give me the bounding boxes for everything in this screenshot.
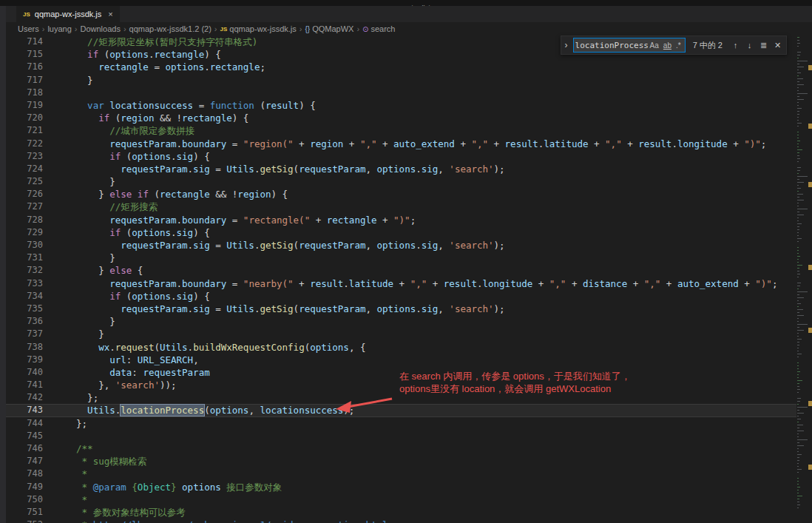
line-number[interactable]: 740 — [6, 366, 43, 379]
code-line[interactable]: 732 } else { — [6, 264, 796, 277]
code-line[interactable]: 743 Utils.locationProcess(options, locat… — [6, 404, 796, 416]
code-line[interactable]: 752 * http://lbs.qq.com/webservice_v1/gu… — [6, 519, 796, 523]
code-text: url: URL_SEARCH, — [43, 354, 199, 366]
line-number[interactable]: 731 — [6, 252, 43, 264]
line-number[interactable]: 717 — [6, 74, 43, 87]
code-line[interactable]: 746 /** — [6, 442, 796, 455]
line-number[interactable]: 744 — [6, 417, 43, 430]
code-line[interactable]: 745 — [6, 430, 796, 442]
code-line[interactable]: 726 } else if (rectangle && !region) { — [6, 188, 796, 200]
line-number[interactable]: 751 — [6, 506, 43, 519]
line-number[interactable]: 739 — [6, 354, 43, 366]
regex-toggle[interactable]: .* — [674, 41, 683, 50]
line-number[interactable]: 735 — [6, 303, 43, 315]
code-line[interactable]: 739 url: URL_SEARCH, — [6, 354, 796, 366]
code-line[interactable]: 735 requestParam.sig = Utils.getSig(requ… — [6, 303, 796, 315]
code-text: wx.request(Utils.buildWxRequestConfig(op… — [43, 341, 365, 354]
line-number[interactable]: 746 — [6, 442, 43, 455]
line-number[interactable]: 719 — [6, 99, 43, 112]
code-line[interactable]: 731 } — [6, 252, 796, 264]
breadcrumb-item[interactable]: JSqqmap-wx-jssdk.js — [220, 24, 297, 33]
find-results-count: 7 中的 2 — [693, 40, 723, 51]
code-line[interactable]: 717 } — [6, 74, 796, 87]
line-number[interactable]: 716 — [6, 61, 43, 73]
line-number[interactable]: 721 — [6, 124, 43, 137]
tab-close-icon[interactable]: × — [108, 10, 112, 18]
line-number[interactable]: 729 — [6, 226, 43, 239]
line-number[interactable]: 742 — [6, 391, 43, 404]
line-number[interactable]: 743 — [6, 404, 43, 416]
code-line[interactable]: 749 * @param {Object} options 接口参数对象 — [6, 481, 796, 493]
minimap[interactable] — [796, 36, 808, 523]
breadcrumb-item[interactable]: Downloads — [81, 24, 121, 33]
code-line[interactable]: 736 } — [6, 315, 796, 328]
line-number[interactable]: 726 — [6, 188, 43, 200]
code-text: /** — [43, 442, 93, 455]
line-number[interactable]: 718 — [6, 87, 43, 99]
window-titlebar: qqmap-wx-jssdk.js — [0, 0, 812, 6]
breadcrumb-item[interactable]: qqmap-wx-jssdk1.2 (2) — [129, 24, 212, 33]
line-number[interactable]: 745 — [6, 430, 43, 442]
line-number[interactable]: 728 — [6, 214, 43, 226]
line-number[interactable]: 733 — [6, 277, 43, 290]
line-number[interactable]: 741 — [6, 379, 43, 391]
line-number[interactable]: 734 — [6, 290, 43, 303]
line-number[interactable]: 727 — [6, 200, 43, 213]
line-number[interactable]: 722 — [6, 138, 43, 150]
code-line[interactable]: 727 //矩形搜索 — [6, 200, 796, 213]
whole-word-toggle[interactable]: ab — [661, 41, 674, 50]
code-line[interactable]: 722 requestParam.boundary = "region(" + … — [6, 138, 796, 150]
line-number[interactable]: 749 — [6, 481, 43, 493]
code-line[interactable]: 716 rectangle = options.rectangle; — [6, 61, 796, 73]
breadcrumb-item[interactable]: luyang — [47, 24, 71, 33]
code-line[interactable]: 734 if (options.sig) { — [6, 290, 796, 303]
code-line[interactable]: 748 * — [6, 468, 796, 480]
code-line[interactable]: 737 } — [6, 328, 796, 340]
tab-qqmap-wx-jssdk[interactable]: JS qqmap-wx-jssdk.js × — [16, 6, 120, 22]
line-number[interactable]: 736 — [6, 315, 43, 328]
code-line[interactable]: 723 if (options.sig) { — [6, 150, 796, 163]
close-find-widget-icon[interactable]: ✕ — [772, 41, 783, 50]
overview-ruler-scrollbar[interactable] — [808, 36, 812, 523]
line-number[interactable]: 730 — [6, 239, 43, 252]
code-line[interactable]: 724 requestParam.sig = Utils.getSig(requ… — [6, 163, 796, 175]
editor[interactable]: 714 //矩形限定坐标(暂时只支持字符串格式)715 if (options.… — [6, 36, 796, 523]
line-number[interactable]: 750 — [6, 493, 43, 506]
code-line[interactable]: 718 — [6, 87, 796, 99]
code-line[interactable]: 728 requestParam.boundary = "rectangle("… — [6, 214, 796, 226]
line-number[interactable]: 738 — [6, 341, 43, 354]
code-line[interactable]: 721 //城市限定参数拼接 — [6, 124, 796, 137]
line-number[interactable]: 747 — [6, 455, 43, 468]
line-number[interactable]: 723 — [6, 150, 43, 163]
code-line[interactable]: 720 if (region && !rectangle) { — [6, 112, 796, 124]
code-line[interactable]: 725 } — [6, 175, 796, 188]
search-match-mark — [808, 65, 812, 70]
line-number[interactable]: 732 — [6, 264, 43, 277]
line-number[interactable]: 752 — [6, 519, 43, 523]
line-number[interactable]: 720 — [6, 112, 43, 124]
code-line[interactable]: 738 wx.request(Utils.buildWxRequestConfi… — [6, 341, 796, 354]
previous-match-button[interactable]: ↑ — [730, 41, 741, 50]
breadcrumb-item[interactable]: {}QQMapWX — [305, 24, 353, 33]
code-line[interactable]: 729 if (options.sig) { — [6, 226, 796, 239]
toggle-replace-button[interactable]: › — [563, 40, 570, 50]
next-match-button[interactable]: ↓ — [744, 41, 755, 50]
find-in-selection-button[interactable]: ≣ — [758, 41, 769, 50]
code-line[interactable]: 719 var locationsuccess = function (resu… — [6, 99, 796, 112]
line-number[interactable]: 748 — [6, 468, 43, 480]
line-number[interactable]: 724 — [6, 163, 43, 175]
code-line[interactable]: 750 * — [6, 493, 796, 506]
code-line[interactable]: 747 * sug模糊检索 — [6, 455, 796, 468]
line-number[interactable]: 737 — [6, 328, 43, 340]
code-line[interactable]: 730 requestParam.sig = Utils.getSig(requ… — [6, 239, 796, 252]
line-number[interactable]: 715 — [6, 48, 43, 61]
line-number[interactable]: 725 — [6, 175, 43, 188]
match-case-toggle[interactable]: Aa — [648, 41, 661, 50]
breadcrumb-item[interactable]: ⊙search — [362, 24, 395, 33]
code-line[interactable]: 733 requestParam.boundary = "nearby(" + … — [6, 277, 796, 290]
breadcrumb-item[interactable]: Users — [18, 24, 39, 33]
code-line[interactable]: 744 }; — [6, 417, 796, 430]
code-line[interactable]: 751 * 参数对象结构可以参考 — [6, 506, 796, 519]
find-input[interactable] — [575, 41, 648, 50]
line-number[interactable]: 714 — [6, 36, 43, 48]
